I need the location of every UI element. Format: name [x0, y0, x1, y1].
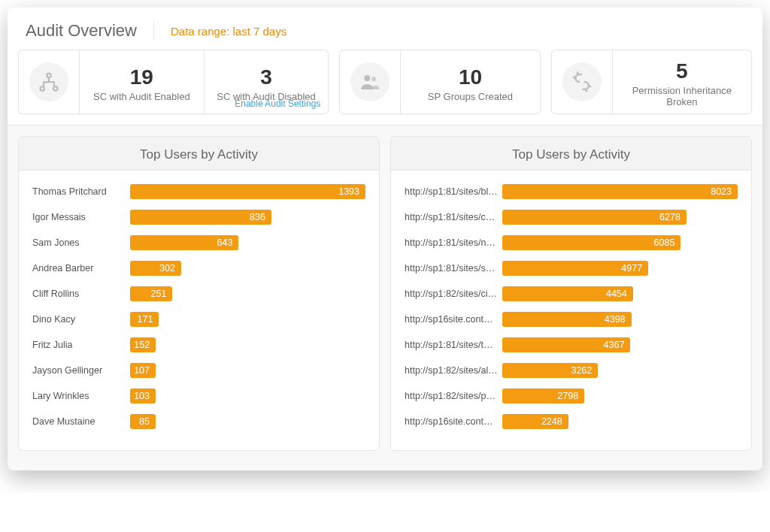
stat-value: 19 — [130, 67, 153, 88]
bar-label: http://sp1:81/sites/the-p... — [405, 340, 502, 350]
bar-fill: 171 — [130, 312, 159, 327]
bar-track: 643 — [130, 235, 365, 250]
stat-label: Permission Inheritance Broken — [629, 85, 735, 107]
bar-fill: 103 — [130, 388, 156, 404]
bar-row: http://sp1:82/sites/alpin...3262 — [405, 360, 738, 381]
stat-value: 3 — [260, 67, 272, 88]
chart-top-users: Top Users by Activity Thomas Pritchard13… — [18, 136, 380, 451]
hierarchy-icon-wrap — [19, 50, 79, 113]
bar-label: Fritz Julia — [32, 340, 130, 350]
bar-fill: 107 — [130, 363, 156, 378]
bar-fill: 251 — [130, 286, 172, 301]
bar-fill: 8023 — [502, 184, 738, 199]
bar-row: http://sp1:82/sites/city...4454 — [405, 283, 738, 304]
bar-fill: 4398 — [502, 312, 632, 327]
bar-label: http://sp1:82/sites/city... — [405, 289, 502, 299]
bar-label: Dino Kacy — [32, 314, 130, 325]
bar-track: 836 — [130, 210, 365, 225]
bar-row: Dino Kacy171 — [32, 309, 365, 330]
bar-fill: 6278 — [502, 210, 687, 225]
stat-audit-enabled: 19 SC with Audit Enabled — [79, 50, 204, 113]
bar-row: Andrea Barber302 — [32, 258, 365, 279]
svg-point-1 — [41, 86, 45, 91]
bar-fill: 4454 — [502, 286, 633, 301]
bar-fill: 6085 — [502, 235, 681, 250]
bar-label: Dave Mustaine — [32, 416, 130, 427]
bar-row: Lary Wrinkles103 — [32, 385, 365, 407]
bar-fill: 836 — [130, 210, 271, 225]
bar-row: http://sp1:82/sites/pmd2798 — [405, 385, 738, 407]
chart-body: http://sp1:81/sites/blue...8023http://sp… — [391, 171, 751, 450]
bar-fill: 4977 — [502, 261, 648, 276]
bar-row: http://sp1:81/sites/cons...6278 — [405, 207, 738, 228]
stat-inheritance-broken: 5 Permission Inheritance Broken — [612, 50, 751, 113]
bar-label: http://sp1:81/sites/cons... — [405, 212, 502, 222]
stat-label: SP Groups Created — [428, 91, 513, 102]
bar-track: 171 — [130, 312, 365, 327]
bar-track: 4977 — [502, 261, 738, 276]
page-title: Audit Overview — [26, 21, 154, 41]
bar-row: http://sp1:81/sites/nort...6085 — [405, 232, 738, 253]
bar-fill: 152 — [130, 337, 156, 352]
bar-row: Fritz Julia152 — [32, 334, 365, 355]
bar-row: http://sp16site.contoso...4398 — [405, 309, 738, 330]
bar-fill: 4367 — [502, 337, 630, 352]
bar-fill: 2248 — [502, 414, 568, 429]
bar-fill: 3262 — [502, 363, 598, 378]
users-icon — [350, 62, 390, 101]
bar-label: Lary Wrinkles — [32, 391, 130, 401]
bar-row: http://sp1:81/sites/blue...8023 — [405, 181, 738, 202]
bar-track: 85 — [130, 414, 365, 429]
stat-label: SC with Audit Enabled — [93, 91, 190, 102]
bar-track: 152 — [130, 337, 365, 352]
bar-fill: 85 — [130, 414, 156, 429]
bar-track: 103 — [130, 388, 365, 404]
enable-audit-settings-link[interactable]: Enable Audit Settings — [235, 98, 320, 109]
bar-fill: 302 — [130, 261, 181, 276]
broken-link-icon-wrap — [552, 50, 612, 113]
svg-point-0 — [47, 74, 51, 78]
bar-fill: 643 — [130, 235, 238, 250]
bar-label: http://sp16site.contoso... — [405, 416, 502, 427]
bar-fill: 2798 — [502, 388, 584, 404]
bar-row: Igor Messais836 — [32, 207, 365, 228]
stats-row: 19 SC with Audit Enabled 3 SC with Audit… — [8, 50, 762, 125]
bar-label: http://sp1:81/sites/blue... — [405, 186, 502, 197]
stat-value: 10 — [459, 67, 482, 88]
stat-value: 5 — [676, 61, 688, 82]
svg-point-3 — [365, 75, 371, 81]
users-icon-wrap — [340, 50, 400, 113]
bar-track: 251 — [130, 286, 365, 301]
stat-audit-disabled: 3 SC with Audit Disabled Enable Audit Se… — [204, 50, 329, 113]
audit-overview-panel: Audit Overview Data range: last 7 days 1… — [8, 8, 762, 470]
bar-row: http://sp1:81/sites/the-p...4367 — [405, 334, 738, 355]
bar-label: Jayson Gellinger — [32, 365, 130, 376]
bar-track: 107 — [130, 363, 365, 378]
bar-track: 2798 — [502, 388, 738, 404]
chart-body: Thomas Pritchard1393Igor Messais836Sam J… — [19, 171, 379, 450]
bar-track: 2248 — [502, 414, 738, 429]
chart-title: Top Users by Activity — [19, 137, 379, 171]
bar-track: 1393 — [130, 184, 365, 199]
bar-label: http://sp1:81/sites/nort... — [405, 237, 502, 248]
bar-track: 4454 — [502, 286, 738, 301]
bar-track: 3262 — [502, 363, 738, 378]
bar-label: http://sp16site.contoso... — [405, 314, 502, 325]
header: Audit Overview Data range: last 7 days — [8, 8, 762, 50]
stat-groups-created: 10 SP Groups Created — [400, 50, 539, 113]
bar-track: 4398 — [502, 312, 738, 327]
bar-track: 8023 — [502, 184, 738, 199]
bar-row: Jayson Gellinger107 — [32, 360, 365, 381]
bar-label: Sam Jones — [32, 237, 130, 248]
bar-label: Cliff Rollins — [32, 289, 130, 299]
bar-label: Andrea Barber — [32, 263, 130, 274]
bar-label: http://sp1:81/sites/scho... — [405, 263, 502, 274]
bar-row: Thomas Pritchard1393 — [32, 181, 365, 202]
bar-track: 302 — [130, 261, 365, 276]
audit-status-card: 19 SC with Audit Enabled 3 SC with Audit… — [18, 50, 329, 114]
bar-label: Thomas Pritchard — [32, 186, 130, 197]
svg-point-4 — [371, 77, 376, 81]
bar-fill: 1393 — [130, 184, 365, 199]
bar-row: Sam Jones643 — [32, 232, 365, 253]
inheritance-broken-card: 5 Permission Inheritance Broken — [551, 50, 752, 114]
